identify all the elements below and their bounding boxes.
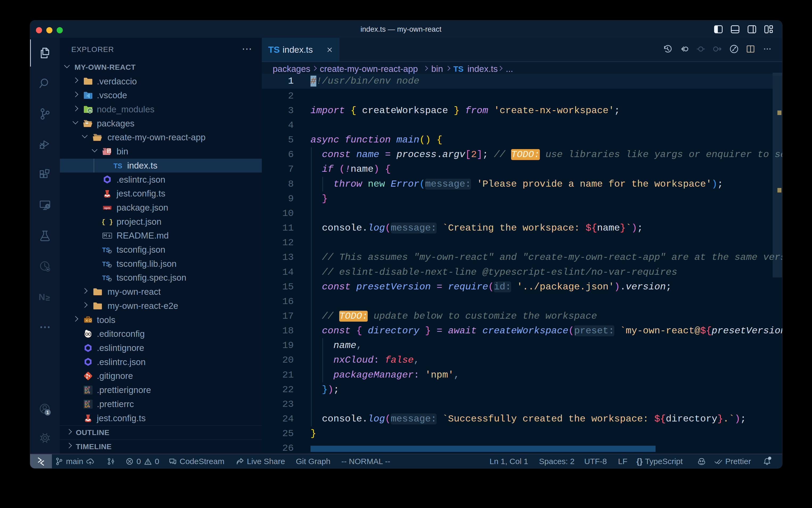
svg-text:npm: npm (104, 206, 110, 209)
svg-text:TS: TS (113, 162, 122, 170)
svg-text:≥: ≥ (46, 293, 50, 302)
svg-text:1: 1 (46, 410, 49, 415)
svg-text:N: N (39, 292, 45, 302)
svg-text:{ }: { } (102, 219, 112, 226)
svg-text:10: 10 (107, 151, 110, 153)
svg-text:JS: JS (88, 109, 92, 112)
